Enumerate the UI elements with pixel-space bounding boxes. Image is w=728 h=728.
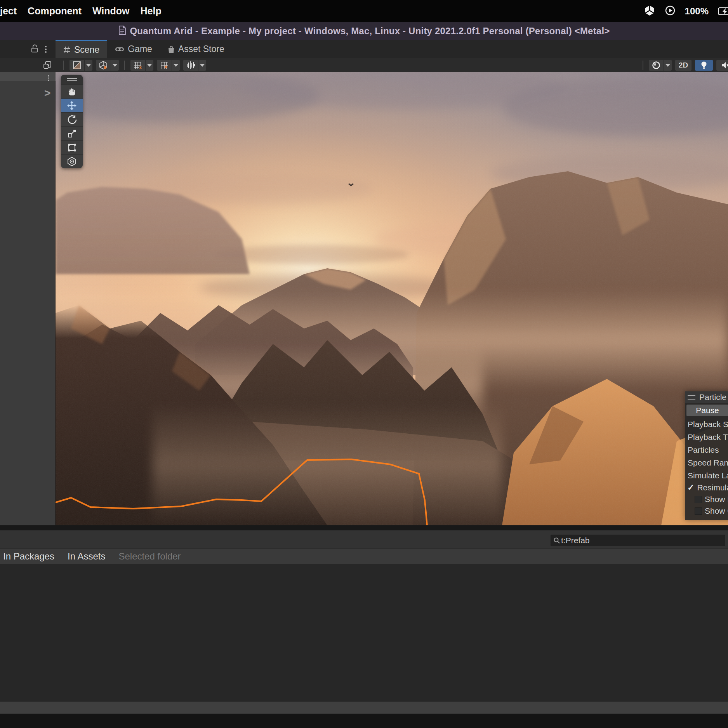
scene-camera-button[interactable] — [96, 60, 111, 71]
shading-mode-button[interactable] — [69, 60, 84, 71]
screen-record-icon[interactable] — [665, 5, 676, 17]
menu-help[interactable]: Help — [141, 5, 162, 17]
scene-camera-dropdown[interactable] — [111, 60, 119, 71]
hand-icon — [67, 87, 76, 96]
move-icon — [67, 101, 77, 111]
checkbox-icon[interactable] — [695, 507, 702, 515]
rotate-icon — [67, 115, 77, 125]
battery-charging-icon — [718, 5, 728, 17]
transform-tool[interactable] — [61, 154, 83, 168]
tab-game-label: Game — [128, 44, 152, 54]
resimulate-label: Resimulate — [697, 483, 728, 492]
render-doodad-button[interactable] — [649, 60, 664, 71]
playback-speed-row[interactable]: Playback Speed — [685, 418, 728, 431]
panel-menu-kebab-icon[interactable] — [45, 45, 47, 54]
tab-scene-label: Scene — [74, 45, 99, 55]
move-tool[interactable] — [61, 98, 83, 112]
expand-chevron[interactable]: > — [44, 87, 50, 99]
battery-percentage: 100% — [685, 6, 709, 17]
unity-editor-window: ject Component Window Help 100% Quantum … — [0, 0, 728, 728]
macos-menubar: ject Component Window Help 100% — [0, 0, 728, 22]
panel-divider — [0, 525, 728, 530]
scene-audio-button[interactable] — [716, 60, 728, 71]
project-results-area[interactable] — [0, 564, 728, 701]
shopping-bag-icon — [168, 45, 175, 53]
filter-in-assets[interactable]: In Assets — [68, 551, 105, 562]
menu-window[interactable]: Window — [92, 5, 130, 17]
toolbar-separator — [124, 61, 125, 70]
project-browser-toolbar — [0, 530, 728, 548]
window-title: Quantum Arid - Example - My project - Wi… — [130, 26, 610, 36]
unlock-icon[interactable] — [30, 44, 39, 55]
grid-visibility-dropdown[interactable] — [146, 60, 153, 71]
audio-meter-dropdown[interactable] — [198, 60, 206, 71]
show-only-selected-checkbox-row[interactable]: Show Only Selected — [685, 505, 728, 517]
audio-meter-button[interactable] — [183, 60, 198, 71]
checkbox-icon[interactable] — [695, 496, 702, 503]
tab-asset-store[interactable]: Asset Store — [160, 40, 232, 58]
particle-panel-header[interactable]: Particle Effect — [685, 391, 728, 403]
speed-range-row: Speed Range — [685, 456, 728, 469]
particle-effect-panel: Particle Effect Pause Playback Speed Pla… — [685, 391, 728, 520]
render-doodad-dropdown[interactable] — [664, 60, 672, 71]
particles-row: Particles — [685, 443, 728, 456]
game-goggles-icon — [115, 46, 124, 52]
menu-component[interactable]: Component — [28, 5, 82, 17]
pause-button[interactable]: Pause — [686, 405, 728, 416]
window-titlebar[interactable]: Quantum Arid - Example - My project - Wi… — [0, 22, 728, 40]
tab-scene[interactable]: Scene — [56, 40, 107, 58]
shading-mode-dropdown[interactable] — [85, 60, 92, 71]
rotate-tool[interactable] — [61, 112, 83, 126]
show-bounds-label: Show Bounds — [705, 495, 728, 504]
main-editor-area: > — [0, 72, 728, 525]
toolbar-separator — [63, 61, 64, 70]
scene-view-toolbar: 2D — [0, 58, 728, 72]
menu-project-partial[interactable]: ject — [0, 5, 17, 17]
status-footer-bar — [0, 701, 728, 714]
drag-handle-icon[interactable] — [688, 395, 695, 400]
hierarchy-panel-sliver: > — [0, 72, 56, 525]
tab-game[interactable]: Game — [107, 40, 160, 58]
filter-selected-folder: Selected folder — [118, 551, 181, 562]
scene-render-landscape — [56, 72, 728, 525]
2d-toggle-button[interactable]: 2D — [675, 60, 692, 71]
checkmark-icon: ✓ — [687, 483, 694, 493]
project-search-field[interactable] — [551, 535, 725, 546]
unity-logo-icon[interactable] — [644, 5, 655, 18]
scale-icon — [67, 129, 76, 138]
tools-overlay — [61, 75, 83, 168]
particle-panel-title: Particle Effect — [699, 393, 728, 402]
grid-visibility-button[interactable] — [130, 60, 145, 71]
transform-icon — [67, 156, 77, 167]
scene-viewport[interactable]: Particle Effect Pause Playback Speed Pla… — [56, 72, 728, 525]
screen-bottom-black — [0, 714, 728, 728]
search-filter-row: In Packages In Assets Selected folder — [0, 548, 728, 564]
view-hand-tool[interactable] — [61, 84, 83, 98]
toolbar-separator — [643, 61, 643, 70]
search-icon — [553, 537, 560, 544]
scene-grid-icon — [63, 46, 71, 54]
scale-tool[interactable] — [61, 126, 83, 140]
popout-window-icon[interactable] — [43, 61, 52, 71]
snap-settings-dropdown[interactable] — [172, 60, 180, 71]
document-icon — [118, 25, 126, 37]
row-kebab-icon[interactable] — [48, 74, 49, 82]
view-tabstrip: Scene Game Asset Store — [0, 40, 728, 58]
show-bounds-checkbox-row[interactable]: Show Bounds — [685, 493, 728, 505]
simulate-layers-row[interactable]: Simulate Layers — [685, 469, 728, 482]
rect-icon — [67, 143, 76, 152]
rect-tool[interactable] — [61, 140, 83, 154]
tools-overlay-handle[interactable] — [61, 75, 83, 84]
resimulate-checkbox-row[interactable]: ✓ Resimulate — [685, 482, 728, 493]
show-only-selected-label: Show Only Selected — [705, 506, 728, 516]
tab-asset-store-label: Asset Store — [178, 44, 224, 54]
filter-in-packages[interactable]: In Packages — [3, 551, 54, 562]
search-input[interactable] — [560, 536, 725, 545]
playback-time-row[interactable]: Playback Time — [685, 431, 728, 443]
hierarchy-header-row[interactable] — [0, 72, 56, 81]
scene-lighting-button[interactable] — [695, 60, 713, 71]
snap-settings-button[interactable] — [157, 60, 172, 71]
